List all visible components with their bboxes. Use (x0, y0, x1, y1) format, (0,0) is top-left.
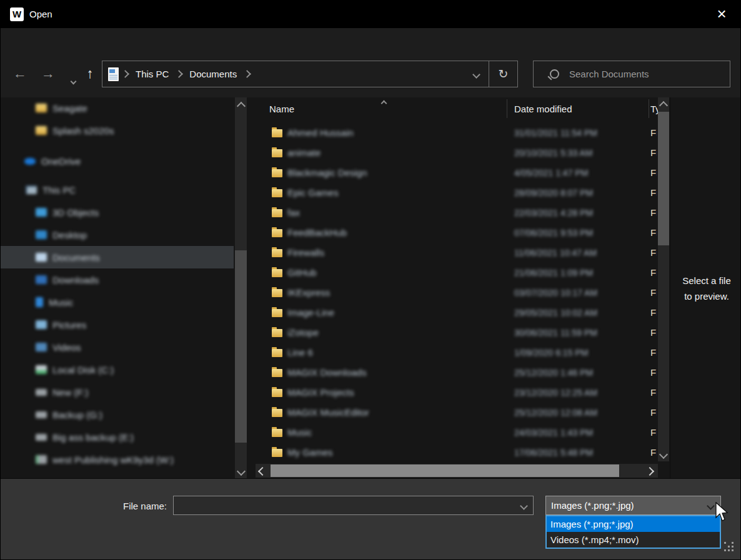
sidebar-item[interactable]: west Publishing wK9y3d (W:) (1, 448, 251, 471)
file-name-input[interactable] (176, 498, 516, 514)
scroll-up-icon[interactable] (237, 102, 246, 111)
sidebar-item-label: Local Disk (C:) (52, 365, 114, 375)
sidebar-scrollbar-thumb[interactable] (235, 250, 247, 443)
file-type-option[interactable]: Videos (*.mp4;*.mov) (547, 532, 720, 548)
sidebar-item-label: New (F:) (52, 387, 89, 398)
date-modified-cell: 03/07/2020 10:17 AM (514, 288, 597, 298)
sidebar-item-content: Backup (G:) (36, 410, 102, 420)
date-modified-cell: 29/05/2021 10:02 AM (514, 308, 597, 318)
sidebar-item-label: 3D Objects (52, 207, 99, 218)
sidebar-item[interactable]: Local Disk (C:) (1, 358, 251, 381)
sidebar-item-label: west Publishing wK9y3d (W:) (52, 454, 174, 465)
sort-ascending-icon (382, 97, 386, 107)
type-cell: File folder (650, 367, 657, 378)
date-modified-cell: 22/03/2021 4:28 PM (514, 208, 593, 218)
sidebar-item[interactable]: Backup (G:) (1, 403, 251, 426)
sidebar-item[interactable]: Pictures (1, 313, 251, 336)
type-cell: File folder (650, 247, 657, 258)
sidebar-item-label: Videos (52, 342, 81, 353)
scroll-left-icon[interactable] (258, 467, 267, 476)
file-list-row[interactable]: MAGIX Projects 23/12/2020 12:25 AM File … (256, 383, 658, 403)
sidebar-item-content: This PC (26, 185, 76, 195)
folder-icon (272, 309, 282, 317)
file-list-row[interactable]: Blackmagic Design 4/05/2021 1:47 PM File… (256, 163, 658, 183)
folder-icon (272, 389, 282, 397)
file-list-row[interactable]: FeedBackHub 07/06/2021 9:53 PM File fold… (256, 223, 658, 243)
sidebar-item[interactable]: Downloads (1, 268, 251, 291)
file-name-cell: fax (287, 207, 300, 218)
folder-icon (272, 229, 282, 237)
sidebar-item[interactable]: 3D Objects (1, 201, 251, 224)
column-separator[interactable] (507, 99, 507, 118)
folder-icon (272, 329, 282, 337)
file-list-row[interactable]: Ahmed Hussain 31/01/2021 11:54 PM File f… (256, 123, 658, 143)
scroll-up-icon[interactable] (659, 101, 668, 110)
chevron-down-icon[interactable] (520, 502, 528, 510)
file-list-row[interactable]: GitHub 21/06/2021 1:09 PM File folder (256, 263, 658, 283)
sidebar-item[interactable]: Documents (1, 246, 234, 268)
file-name-cell: MAGIX MusicEditor (287, 407, 369, 418)
date-modified-cell: 23/12/2020 12:25 AM (514, 388, 597, 398)
type-cell: File folder (650, 167, 657, 178)
file-name-combobox[interactable] (173, 496, 534, 515)
close-button[interactable]: × (710, 4, 733, 24)
type-cell: File folder (650, 327, 657, 338)
list-vertical-scrollbar[interactable] (658, 97, 669, 461)
sidebar-item[interactable]: Music (1, 291, 251, 313)
file-list-row[interactable]: Firewalls 11/06/2021 10:47 AM File folde… (256, 243, 658, 263)
file-list-row[interactable]: Image-Line 29/05/2021 10:02 AM File fold… (256, 303, 658, 323)
file-type-combobox[interactable]: Images (*.png;*.jpg) (545, 496, 721, 515)
scroll-down-icon[interactable] (659, 450, 668, 459)
file-list-row[interactable]: iZotope 30/06/2021 11:59 PM File folder (256, 323, 658, 343)
sidebar-item[interactable]: Seagate (1, 97, 251, 119)
sidebar-item-icon (36, 320, 47, 329)
file-list-row[interactable]: IKExpress 03/07/2020 10:17 AM File folde… (256, 283, 658, 303)
list-scrollbar-thumb[interactable] (658, 112, 669, 245)
folder-icon (272, 149, 282, 157)
chevron-down-icon[interactable] (707, 502, 715, 510)
sidebar-item[interactable]: Big ass backup (E:) (1, 426, 251, 448)
sidebar-item[interactable]: New (F:) (1, 381, 251, 403)
sidebar-item-label: Desktop (52, 230, 87, 240)
sidebar-item[interactable]: Videos (1, 336, 251, 358)
sidebar-item-icon (36, 297, 43, 307)
file-list-row[interactable]: MAGIX MusicEditor 25/12/2020 12:08 AM Fi… (256, 403, 658, 423)
type-cell: File folder (650, 267, 657, 278)
column-header-name[interactable]: Name (269, 97, 294, 121)
date-modified-cell: 17/06/2021 5:48 PM (514, 448, 593, 458)
folder-icon (272, 429, 282, 437)
folder-icon (272, 369, 282, 377)
sidebar-item[interactable]: OneDrive (1, 150, 251, 172)
sidebar-item[interactable]: Splash s2020s (1, 119, 251, 142)
date-modified-cell: 1/09/2020 6:15 PM (514, 348, 588, 358)
file-type-option[interactable]: Images (*.png;*.jpg) (547, 516, 720, 532)
file-list-row[interactable]: Line 6 1/09/2020 6:15 PM File folder (256, 343, 658, 363)
file-list-row[interactable]: My Games 17/06/2021 5:48 PM File folder (256, 443, 658, 463)
dialog-content: Seagate Splash s2020s OneDri (1, 97, 740, 478)
folder-icon (272, 449, 282, 457)
scroll-right-icon[interactable] (645, 467, 654, 476)
list-horizontal-scrollbar[interactable] (256, 464, 658, 478)
file-list-row[interactable]: fax 22/03/2021 4:28 PM File folder (256, 203, 658, 223)
list-horizontal-thumb[interactable] (271, 464, 619, 477)
column-separator[interactable] (649, 99, 649, 118)
sidebar-item-icon (36, 208, 47, 217)
sidebar-scrollbar[interactable] (235, 97, 247, 478)
sidebar-item[interactable]: This PC (1, 179, 251, 201)
file-list-row[interactable]: MAGIX Downloads 25/12/2020 1:46 PM File … (256, 363, 658, 383)
file-name-cell: iZotope (287, 327, 319, 338)
sidebar-item-icon (36, 343, 47, 351)
file-list-row[interactable]: animate 20/10/2021 5:33 AM File folder (256, 143, 658, 163)
sidebar-item-content: Desktop (36, 230, 87, 240)
file-list-row[interactable]: Music 24/03/2021 1:43 PM File folder (256, 423, 658, 443)
file-list-row[interactable]: Epic Games 28/09/2020 8:07 PM File folde… (256, 183, 658, 203)
scroll-down-icon[interactable] (237, 467, 246, 476)
sidebar-item-icon (24, 158, 36, 165)
navigation-bar: ← → ↑ This PC Documents ↻ (1, 28, 740, 63)
resize-grip-icon[interactable] (724, 542, 735, 553)
column-header-date-modified[interactable]: Date modified (514, 97, 572, 121)
sidebar-item-icon (36, 253, 47, 262)
sidebar-item[interactable]: Desktop (1, 224, 251, 246)
sidebar-item-content: Big ass backup (E:) (36, 432, 134, 443)
folder-icon (272, 349, 282, 357)
